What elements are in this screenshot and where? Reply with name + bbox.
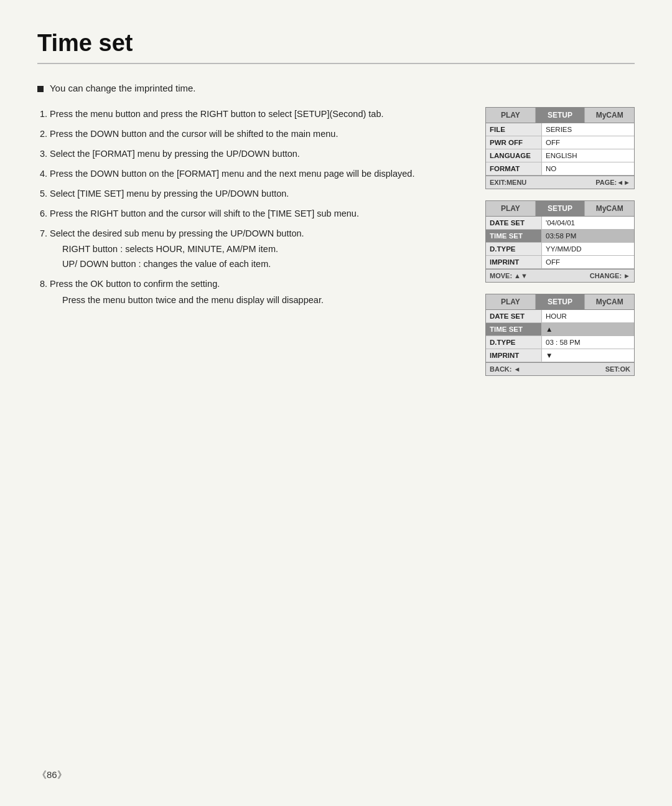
camera-menu-1: PLAY SETUP MyCAM FILE SERIES PWR OFF OFF… <box>485 107 635 189</box>
menu2-footer-left: MOVE: ▲▼ <box>490 272 528 279</box>
menu2-row-timeset: TIME SET 03:58 PM <box>486 230 634 243</box>
instructions-list: Press the menu button and press the RIGH… <box>37 107 460 376</box>
menu1-row-language-value: ENGLISH <box>542 149 634 162</box>
instruction-6: Press the RIGHT button and the cursor wi… <box>50 207 460 222</box>
menu2-row-imprint-label: IMPRINT <box>486 256 542 268</box>
menu1-row-file: FILE SERIES <box>486 123 634 136</box>
menu2-row-timeset-value: 03:58 PM <box>542 230 634 242</box>
menu1-row-pwroff: PWR OFF OFF <box>486 136 634 149</box>
page-number: 《86》 <box>37 769 67 781</box>
instruction-8: Press the OK button to confirm the setti… <box>50 277 460 308</box>
instruction-2: Press the DOWN button and the cursor wil… <box>50 127 460 142</box>
menu2-row-imprint: IMPRINT OFF <box>486 256 634 269</box>
menu3-tab-setup: SETUP <box>536 294 586 309</box>
menu1-footer-right: PAGE:◄► <box>595 179 630 186</box>
page-title: Time set <box>37 30 635 64</box>
menu2-row-dtype-value: YY/MM/DD <box>542 243 634 255</box>
menu2-row-imprint-value: OFF <box>542 256 634 268</box>
menu3-row-dateset: DATE SET HOUR <box>486 310 634 323</box>
instruction-5: Select [TIME SET] menu by pressing the U… <box>50 187 460 202</box>
camera-menu-3: PLAY SETUP MyCAM DATE SET HOUR TIME SET … <box>485 294 635 376</box>
instruction-1: Press the menu button and press the RIGH… <box>50 107 460 122</box>
instruction-7-indent: RIGHT button : selects HOUR, MINUTE, AM/… <box>50 242 460 272</box>
menu2-footer-right: CHANGE: ► <box>590 272 630 279</box>
menu3-tab-play: PLAY <box>486 294 536 309</box>
menu1-tab-mycam: MyCAM <box>585 108 634 123</box>
menu1-row-file-label: FILE <box>486 123 542 136</box>
menu3-row-imprint: IMPRINT ▼ <box>486 349 634 362</box>
menu1-row-format: FORMAT NO <box>486 162 634 176</box>
menu3-footer: BACK: ◄ SET:OK <box>486 362 634 375</box>
menu3-row-dateset-label: DATE SET <box>486 310 542 322</box>
menu2-row-timeset-label: TIME SET <box>486 230 542 242</box>
menu2-row-dateset-value: '04/04/01 <box>542 217 634 229</box>
menu2-row-dateset: DATE SET '04/04/01 <box>486 217 634 230</box>
menu1-row-format-value: NO <box>542 162 634 175</box>
menu3-row-imprint-value: ▼ <box>542 349 634 362</box>
menu3-footer-left: BACK: ◄ <box>490 365 520 373</box>
menu3-row-dtype: D.TYPE 03 : 58 PM <box>486 336 634 349</box>
menu3-row-timeset: TIME SET ▲ <box>486 323 634 336</box>
menu2-tab-play: PLAY <box>486 201 536 216</box>
menu3-footer-right: SET:OK <box>605 365 630 373</box>
instruction-8-indent: Press the menu button twice and the menu… <box>50 293 460 308</box>
menu2-row-dtype-label: D.TYPE <box>486 243 542 255</box>
menu1-row-pwroff-value: OFF <box>542 136 634 149</box>
menu1-row-language: LANGUAGE ENGLISH <box>486 149 634 162</box>
menu1-footer-left: EXIT:MENU <box>490 179 526 186</box>
menu2-tab-setup: SETUP <box>536 201 586 216</box>
camera-menu-2: PLAY SETUP MyCAM DATE SET '04/04/01 TIME… <box>485 200 635 283</box>
menu2-footer: MOVE: ▲▼ CHANGE: ► <box>486 269 634 282</box>
menu3-row-dtype-label: D.TYPE <box>486 336 542 349</box>
menu2-tab-mycam: MyCAM <box>585 201 634 216</box>
instruction-3: Select the [FORMAT] menu by pressing the… <box>50 147 460 162</box>
menu3-row-imprint-label: IMPRINT <box>486 349 542 362</box>
page-container: Time set You can change the imprinted ti… <box>0 0 672 413</box>
menu1-row-language-label: LANGUAGE <box>486 149 542 162</box>
instruction-7: Select the desired sub menu by pressing … <box>50 227 460 273</box>
menu3-header: PLAY SETUP MyCAM <box>486 294 634 310</box>
menus-column: PLAY SETUP MyCAM FILE SERIES PWR OFF OFF… <box>485 107 635 376</box>
menu3-row-timeset-value: ▲ <box>542 323 634 335</box>
menu3-row-dateset-value: HOUR <box>542 310 634 322</box>
menu1-row-pwroff-label: PWR OFF <box>486 136 542 149</box>
content-area: Press the menu button and press the RIGH… <box>37 107 635 376</box>
menu1-header: PLAY SETUP MyCAM <box>486 108 634 123</box>
menu2-row-dateset-label: DATE SET <box>486 217 542 229</box>
menu1-row-format-label: FORMAT <box>486 162 542 175</box>
menu1-row-file-value: SERIES <box>542 123 634 136</box>
intro-text: You can change the imprinted time. <box>37 83 635 93</box>
menu3-row-dtype-value: 03 : 58 PM <box>542 336 634 349</box>
instruction-4: Press the DOWN button on the [FORMAT] me… <box>50 167 460 182</box>
menu3-row-timeset-label: TIME SET <box>486 323 542 335</box>
menu1-footer: EXIT:MENU PAGE:◄► <box>486 176 634 189</box>
menu1-tab-play: PLAY <box>486 108 536 123</box>
menu3-tab-mycam: MyCAM <box>585 294 634 309</box>
menu2-header: PLAY SETUP MyCAM <box>486 201 634 217</box>
menu2-row-dtype: D.TYPE YY/MM/DD <box>486 243 634 256</box>
bullet-square <box>37 86 44 92</box>
menu1-tab-setup: SETUP <box>536 108 586 123</box>
